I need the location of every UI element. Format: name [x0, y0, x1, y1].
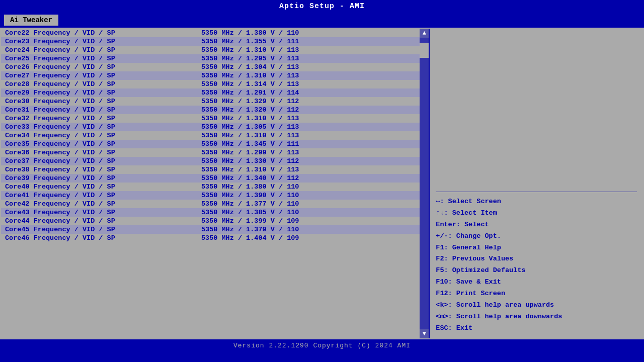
help-general-help: F1: General Help [436, 242, 637, 254]
core-name: Core25 Frequency / VID / SP [5, 55, 201, 62]
scroll-thumb [420, 43, 429, 58]
table-row[interactable]: Core43 Frequency / VID / SP5350 MHz / 1.… [1, 208, 429, 217]
scrollbar[interactable]: ▲ ▼ [420, 29, 429, 338]
core-name: Core42 Frequency / VID / SP [5, 200, 201, 208]
core-name: Core23 Frequency / VID / SP [5, 38, 201, 45]
core-value: 5350 MHz / 1.330 V / 112 [201, 157, 299, 165]
help-select-screen: ↔: Select Screen [436, 196, 637, 208]
scroll-down-arrow[interactable]: ▼ [422, 329, 427, 338]
core-name: Core32 Frequency / VID / SP [5, 115, 201, 122]
title-text: Aptio Setup - AMI [279, 2, 365, 11]
core-value: 5350 MHz / 1.390 V / 110 [201, 192, 299, 199]
table-row[interactable]: Core36 Frequency / VID / SP5350 MHz / 1.… [1, 148, 429, 157]
core-value: 5350 MHz / 1.379 V / 110 [201, 226, 299, 233]
core-name: Core24 Frequency / VID / SP [5, 46, 201, 54]
core-name: Core29 Frequency / VID / SP [5, 89, 201, 97]
core-name: Core43 Frequency / VID / SP [5, 209, 201, 216]
core-name: Core40 Frequency / VID / SP [5, 183, 201, 191]
main-content: Core22 Frequency / VID / SP5350 MHz / 1.… [0, 28, 644, 339]
right-panel: ↔: Select Screen ↑↓: Select Item Enter: … [430, 29, 643, 338]
table-row[interactable]: Core40 Frequency / VID / SP5350 MHz / 1.… [1, 183, 429, 191]
title-bar: Aptio Setup - AMI [0, 0, 644, 13]
core-name: Core22 Frequency / VID / SP [5, 29, 201, 37]
core-value: 5350 MHz / 1.380 V / 110 [201, 29, 299, 37]
help-section: ↔: Select Screen ↑↓: Select Item Enter: … [436, 192, 637, 334]
core-value: 5350 MHz / 1.310 V / 113 [201, 115, 299, 122]
core-value: 5350 MHz / 1.380 V / 110 [201, 183, 299, 191]
help-esc-exit: ESC: Exit [436, 323, 637, 334]
core-name: Core26 Frequency / VID / SP [5, 63, 201, 71]
core-value: 5350 MHz / 1.314 V / 113 [201, 80, 299, 88]
core-value: 5350 MHz / 1.377 V / 110 [201, 200, 299, 208]
core-name: Core30 Frequency / VID / SP [5, 98, 201, 105]
help-print-screen: F12: Print Screen [436, 288, 637, 300]
core-name: Core39 Frequency / VID / SP [5, 174, 201, 182]
core-value: 5350 MHz / 1.310 V / 113 [201, 166, 299, 173]
table-row[interactable]: Core24 Frequency / VID / SP5350 MHz / 1.… [1, 46, 429, 54]
core-name: Core44 Frequency / VID / SP [5, 217, 201, 225]
core-name: Core28 Frequency / VID / SP [5, 80, 201, 88]
table-row[interactable]: Core32 Frequency / VID / SP5350 MHz / 1.… [1, 114, 429, 123]
table-row[interactable]: Core30 Frequency / VID / SP5350 MHz / 1.… [1, 97, 429, 106]
core-value: 5350 MHz / 1.291 V / 114 [201, 89, 299, 97]
table-row[interactable]: Core37 Frequency / VID / SP5350 MHz / 1.… [1, 157, 429, 165]
help-enter-select: Enter: Select [436, 219, 637, 231]
core-name: Core34 Frequency / VID / SP [5, 132, 201, 139]
help-scroll-down: <m>: Scroll help area downwards [436, 311, 637, 323]
core-name: Core46 Frequency / VID / SP [5, 234, 201, 242]
core-value: 5350 MHz / 1.345 V / 111 [201, 140, 299, 148]
table-row[interactable]: Core33 Frequency / VID / SP5350 MHz / 1.… [1, 123, 429, 131]
table-row[interactable]: Core42 Frequency / VID / SP5350 MHz / 1.… [1, 200, 429, 208]
core-name: Core31 Frequency / VID / SP [5, 106, 201, 114]
table-row[interactable]: Core34 Frequency / VID / SP5350 MHz / 1.… [1, 131, 429, 140]
core-name: Core45 Frequency / VID / SP [5, 226, 201, 233]
help-optimized-defaults: F5: Optimized Defaults [436, 265, 637, 277]
footer: Version 2.22.1290 Copyright (C) 2024 AMI [0, 339, 644, 353]
core-value: 5350 MHz / 1.310 V / 113 [201, 46, 299, 54]
table-row[interactable]: Core26 Frequency / VID / SP5350 MHz / 1.… [1, 63, 429, 71]
table-row[interactable]: Core25 Frequency / VID / SP5350 MHz / 1.… [1, 54, 429, 63]
table-row[interactable]: Core29 Frequency / VID / SP5350 MHz / 1.… [1, 88, 429, 97]
core-value: 5350 MHz / 1.340 V / 112 [201, 174, 299, 182]
table-row[interactable]: Core38 Frequency / VID / SP5350 MHz / 1.… [1, 165, 429, 174]
core-value: 5350 MHz / 1.385 V / 110 [201, 209, 299, 216]
footer-text: Version 2.22.1290 Copyright (C) 2024 AMI [233, 342, 411, 349]
core-value: 5350 MHz / 1.310 V / 113 [201, 132, 299, 139]
core-value: 5350 MHz / 1.399 V / 109 [201, 217, 299, 225]
scroll-track [420, 38, 429, 329]
table-row[interactable]: Core46 Frequency / VID / SP5350 MHz / 1.… [1, 234, 429, 242]
table-row[interactable]: Core23 Frequency / VID / SP5350 MHz / 1.… [1, 37, 429, 46]
core-name: Core33 Frequency / VID / SP [5, 123, 201, 131]
core-value: 5350 MHz / 1.305 V / 113 [201, 123, 299, 131]
core-value: 5350 MHz / 1.304 V / 113 [201, 63, 299, 71]
core-name: Core27 Frequency / VID / SP [5, 72, 201, 79]
help-previous-values: F2: Previous Values [436, 253, 637, 265]
core-name: Core38 Frequency / VID / SP [5, 166, 201, 173]
left-panel: Core22 Frequency / VID / SP5350 MHz / 1.… [1, 29, 430, 338]
help-save-exit: F10: Save & Exit [436, 277, 637, 288]
core-value: 5350 MHz / 1.320 V / 112 [201, 106, 299, 114]
table-row[interactable]: Core45 Frequency / VID / SP5350 MHz / 1.… [1, 225, 429, 234]
table-row[interactable]: Core22 Frequency / VID / SP5350 MHz / 1.… [1, 29, 429, 37]
core-value: 5350 MHz / 1.355 V / 111 [201, 38, 299, 45]
core-name: Core35 Frequency / VID / SP [5, 140, 201, 148]
core-value: 5350 MHz / 1.295 V / 113 [201, 55, 299, 62]
core-value: 5350 MHz / 1.404 V / 109 [201, 234, 299, 242]
core-list: Core22 Frequency / VID / SP5350 MHz / 1.… [1, 29, 429, 242]
scroll-up-arrow[interactable]: ▲ [422, 29, 427, 38]
table-row[interactable]: Core41 Frequency / VID / SP5350 MHz / 1.… [1, 191, 429, 200]
core-name: Core37 Frequency / VID / SP [5, 157, 201, 165]
table-row[interactable]: Core39 Frequency / VID / SP5350 MHz / 1.… [1, 174, 429, 183]
table-row[interactable]: Core28 Frequency / VID / SP5350 MHz / 1.… [1, 80, 429, 88]
ai-tweaker-tab[interactable]: Ai Tweaker [4, 15, 58, 26]
table-row[interactable]: Core44 Frequency / VID / SP5350 MHz / 1.… [1, 217, 429, 225]
core-value: 5350 MHz / 1.329 V / 112 [201, 98, 299, 105]
table-row[interactable]: Core27 Frequency / VID / SP5350 MHz / 1.… [1, 71, 429, 80]
help-change-opt: +/-: Change Opt. [436, 231, 637, 242]
table-row[interactable]: Core31 Frequency / VID / SP5350 MHz / 1.… [1, 106, 429, 114]
core-name: Core41 Frequency / VID / SP [5, 192, 201, 199]
core-name: Core36 Frequency / VID / SP [5, 149, 201, 156]
help-scroll-up: <k>: Scroll help area upwards [436, 300, 637, 311]
table-row[interactable]: Core35 Frequency / VID / SP5350 MHz / 1.… [1, 140, 429, 148]
core-value: 5350 MHz / 1.299 V / 113 [201, 149, 299, 156]
